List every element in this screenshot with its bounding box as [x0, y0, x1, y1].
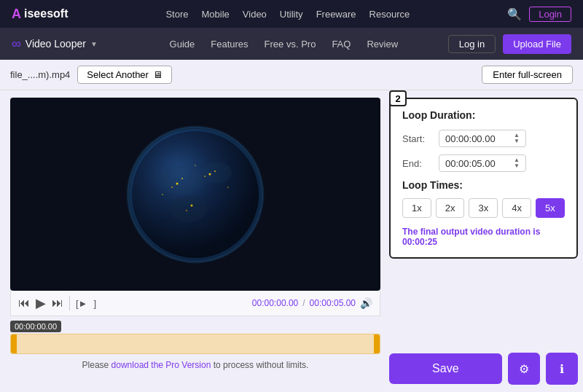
end-label: End:	[402, 158, 431, 169]
info-button[interactable]: ℹ	[546, 353, 578, 385]
times-3x-button[interactable]: 3x	[469, 198, 498, 218]
total-time: 00:00:05.00	[310, 298, 356, 308]
mobile-link[interactable]: Mobile	[202, 9, 230, 20]
svg-point-4	[203, 162, 232, 184]
clip-start-icon[interactable]: [►	[76, 298, 87, 309]
select-another-label: Select Another	[87, 69, 149, 80]
times-5x-button[interactable]: 5x	[536, 198, 565, 218]
video-controls: ⏮ ▶ ⏭ [► ] 00:00:00.00 / 00:00:05.00 🔊	[10, 291, 380, 316]
file-name: file_....m).mp4	[10, 69, 70, 80]
guide-link[interactable]: Guide	[170, 39, 195, 50]
clip-end-icon[interactable]: ]	[93, 298, 96, 309]
save-button[interactable]: Save	[389, 353, 502, 384]
login-button[interactable]: Login	[529, 7, 571, 22]
output-duration: The final output video duration is 00:00…	[402, 227, 565, 247]
play-button[interactable]: ▶	[36, 295, 46, 311]
store-link[interactable]: Store	[165, 9, 188, 20]
timeline-handle-left[interactable]	[11, 334, 17, 353]
divider	[69, 296, 70, 310]
free-vs-pro-link[interactable]: Free vs. Pro	[265, 39, 316, 50]
pro-notice: Please download the Pro Version to proce…	[10, 360, 380, 370]
tool-name: Video Looper	[26, 38, 86, 50]
svg-point-10	[214, 170, 216, 172]
svg-point-15	[227, 187, 229, 188]
svg-point-14	[162, 194, 163, 195]
start-field: Start: 00:00:00.00 ▲ ▼	[402, 130, 565, 147]
skip-back-icon[interactable]: ⏮	[18, 297, 30, 310]
resource-link[interactable]: Resource	[369, 9, 410, 20]
svg-point-11	[204, 176, 206, 177]
output-text: The final output video duration is	[402, 227, 540, 237]
times-2x-button[interactable]: 2x	[436, 198, 465, 218]
loop-panel: 2 Loop Duration: Start: 00:00:00.00 ▲ ▼ …	[389, 98, 578, 259]
log-in-button[interactable]: Log in	[448, 35, 496, 53]
loop-icon: ∞	[12, 36, 21, 52]
panel-badge: 2	[389, 90, 407, 106]
svg-point-6	[176, 182, 179, 184]
faq-link[interactable]: FAQ	[332, 39, 351, 50]
svg-point-9	[209, 173, 211, 175]
save-area: Save ⚙ ℹ	[389, 353, 578, 385]
info-icon: ℹ	[560, 362, 564, 376]
loop-duration-title: Loop Duration:	[402, 109, 565, 121]
video-link[interactable]: Video	[243, 9, 267, 20]
timeline-handle-right[interactable]	[374, 334, 380, 353]
svg-point-13	[186, 210, 187, 211]
video-area: ⏮ ▶ ⏭ [► ] 00:00:00.00 / 00:00:05.00 🔊 0…	[10, 98, 380, 385]
review-link[interactable]: Review	[367, 39, 398, 50]
time-display: 00:00:00.00 / 00:00:05.00 🔊	[252, 297, 372, 309]
features-link[interactable]: Features	[211, 39, 248, 50]
start-value: 00:00:00.00	[445, 133, 496, 144]
end-arrows: ▲ ▼	[514, 157, 520, 169]
start-label: Start:	[402, 133, 431, 144]
times-4x-button[interactable]: 4x	[502, 198, 531, 218]
timeline-time-label: 00:00:00.00	[10, 321, 61, 332]
time-separator: /	[302, 298, 305, 308]
start-down-arrow[interactable]: ▼	[514, 138, 520, 144]
volume-icon[interactable]: 🔊	[360, 297, 372, 309]
top-nav-links: Store Mobile Video Utility Freeware Reso…	[165, 9, 410, 20]
utility-link[interactable]: Utility	[280, 9, 303, 20]
skip-forward-icon[interactable]: ⏭	[52, 297, 63, 310]
start-input[interactable]: 00:00:00.00 ▲ ▼	[439, 130, 526, 147]
video-player[interactable]	[10, 98, 380, 291]
output-duration-value: 00:00:25	[402, 237, 437, 247]
pro-version-link[interactable]: download the Pro Version	[111, 360, 211, 370]
settings-button[interactable]: ⚙	[508, 353, 540, 385]
svg-point-8	[171, 187, 173, 188]
svg-point-12	[191, 204, 193, 206]
times-1x-button[interactable]: 1x	[402, 198, 431, 218]
end-input[interactable]: 00:00:05.00 ▲ ▼	[439, 154, 526, 172]
pro-notice-text: Please	[82, 360, 111, 370]
top-nav: A iseesoft Store Mobile Video Utility Fr…	[0, 0, 583, 28]
loop-times-title: Loop Times:	[402, 179, 565, 191]
logo-a: A	[12, 7, 21, 22]
svg-point-16	[195, 165, 196, 166]
pro-notice-after: to process without limits.	[211, 360, 308, 370]
sub-nav-links: Guide Features Free vs. Pro FAQ Review	[134, 39, 434, 50]
logo-text: iseesoft	[24, 7, 68, 20]
end-field: End: 00:00:05.00 ▲ ▼	[402, 154, 565, 172]
freeware-link[interactable]: Freeware	[316, 9, 356, 20]
sub-nav: ∞ Video Looper ▼ Guide Features Free vs.…	[0, 28, 583, 60]
right-panel: 2 Loop Duration: Start: 00:00:00.00 ▲ ▼ …	[389, 98, 578, 385]
svg-point-3	[159, 165, 203, 195]
search-icon[interactable]: 🔍	[507, 7, 522, 21]
select-another-button[interactable]: Select Another 🖥	[77, 66, 172, 84]
timeline-area: 00:00:00.00	[10, 319, 380, 354]
fullscreen-button[interactable]: Enter full-screen	[482, 66, 573, 84]
timeline-bar[interactable]	[10, 334, 380, 354]
chevron-down-icon: ▼	[90, 40, 98, 48]
toolbar-left: file_....m).mp4 Select Another 🖥	[10, 66, 172, 84]
current-time: 00:00:00.00	[252, 298, 298, 308]
end-down-arrow[interactable]: ▼	[514, 163, 520, 169]
svg-point-5	[170, 196, 206, 222]
loop-times-buttons: 1x 2x 3x 4x 5x	[402, 198, 565, 218]
main-content: ⏮ ▶ ⏭ [► ] 00:00:00.00 / 00:00:05.00 🔊 0…	[0, 90, 583, 392]
earth-thumbnail	[122, 122, 268, 267]
tool-logo[interactable]: ∞ Video Looper ▼	[12, 36, 98, 52]
svg-point-7	[181, 178, 183, 179]
start-arrows: ▲ ▼	[514, 133, 520, 144]
upload-file-button[interactable]: Upload File	[503, 34, 571, 54]
monitor-icon: 🖥	[153, 69, 163, 80]
